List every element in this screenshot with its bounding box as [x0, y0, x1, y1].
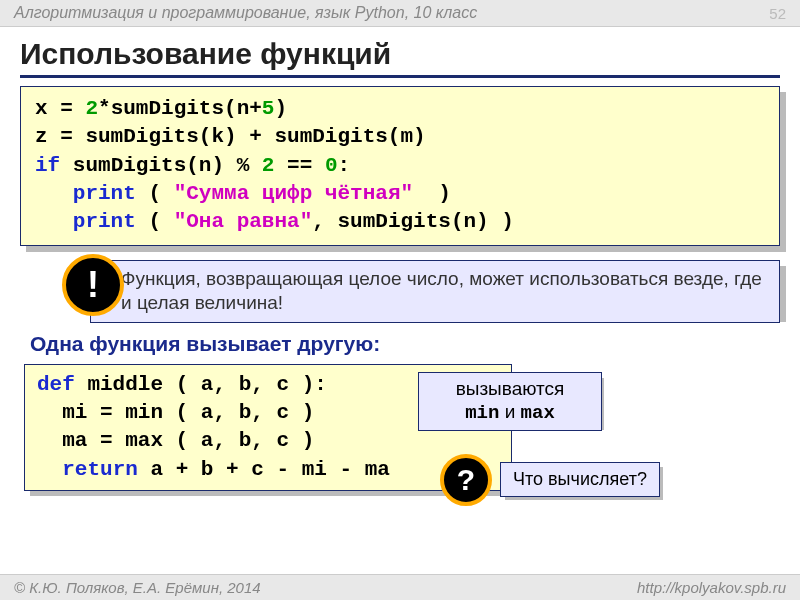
- code-content: x = 2*sumDigits(n+5) z = sumDigits(k) + …: [20, 86, 780, 246]
- exclamation-icon: !: [62, 254, 124, 316]
- question-icon: ?: [440, 454, 492, 506]
- course-label: Алгоритмизация и программирование, язык …: [14, 4, 477, 22]
- header-bar: Алгоритмизация и программирование, язык …: [0, 0, 800, 27]
- copyright: © К.Ю. Поляков, Е.А. Ерёмин, 2014: [14, 579, 261, 596]
- page-title: Использование функций: [20, 37, 780, 78]
- side-line1: вызываются: [427, 377, 593, 401]
- side-callout: вызываются min и max: [418, 372, 602, 432]
- callout-text: Функция, возвращающая целое число, может…: [90, 260, 780, 323]
- page-number: 52: [769, 5, 786, 22]
- side-line2: min и max: [427, 400, 593, 426]
- code-block-2-region: def middle ( a, b, c ): mi = min ( a, b,…: [20, 360, 780, 510]
- footer-url: http://kpolyakov.spb.ru: [637, 579, 786, 596]
- code-block-1: x = 2*sumDigits(n+5) z = sumDigits(k) + …: [20, 86, 780, 246]
- subheading: Одна функция вызывает другую:: [30, 332, 780, 356]
- callout-row: Функция, возвращающая целое число, может…: [20, 260, 780, 324]
- question-text: Что вычисляет?: [500, 462, 660, 497]
- footer-bar: © К.Ю. Поляков, Е.А. Ерёмин, 2014 http:/…: [0, 574, 800, 600]
- question-label: Что вычисляет?: [513, 469, 647, 489]
- question-row: ? Что вычисляет?: [440, 454, 660, 506]
